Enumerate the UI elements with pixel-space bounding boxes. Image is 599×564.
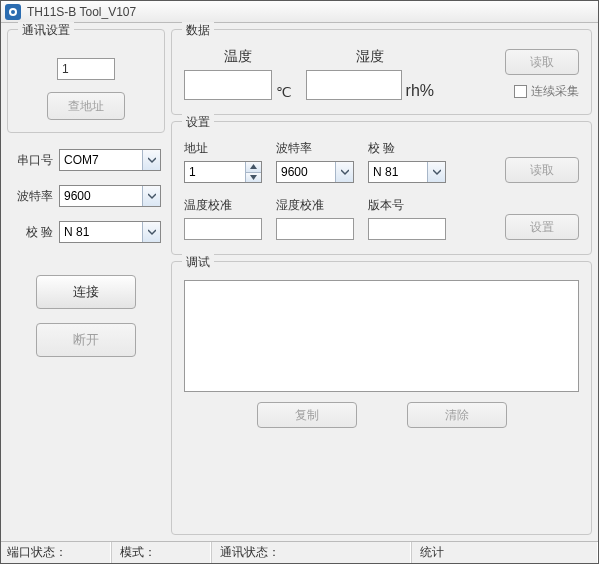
comm-legend: 通讯设置 [18, 22, 74, 39]
baud-value: 9600 [60, 189, 142, 203]
settings-set-button[interactable]: 设置 [505, 214, 579, 240]
chevron-down-icon [427, 162, 445, 182]
continuous-label: 连续采集 [531, 83, 579, 100]
settings-group: 设置 地址 1 波特率 [171, 121, 592, 255]
data-group: 数据 温度 ℃ 湿度 rh% [171, 29, 592, 115]
client-area: 通讯设置 1 查地址 串口号 COM7 波特率 9600 [1, 23, 598, 541]
debug-textarea[interactable] [184, 280, 579, 392]
debug-group: 调试 复制 清除 [171, 261, 592, 535]
status-comm: 通讯状态： [211, 542, 411, 563]
baud-row: 波特率 9600 [11, 185, 161, 207]
temp-cal-input[interactable] [184, 218, 262, 240]
settings-baud-label: 波特率 [276, 140, 354, 157]
settings-baud-dropdown[interactable]: 9600 [276, 161, 354, 183]
parity-dropdown[interactable]: N 81 [59, 221, 161, 243]
main-window: TH11S-B Tool_V107 通讯设置 1 查地址 串口号 COM7 [0, 0, 599, 564]
temp-label: 温度 [184, 48, 292, 66]
chevron-down-icon [335, 162, 353, 182]
temp-cal-label: 温度校准 [184, 197, 262, 214]
left-panel: 通讯设置 1 查地址 串口号 COM7 波特率 9600 [7, 29, 165, 535]
hum-cal-input[interactable] [276, 218, 354, 240]
address-input[interactable]: 1 [57, 58, 115, 80]
checkbox-box [514, 85, 527, 98]
settings-addr-value: 1 [185, 162, 245, 182]
chevron-down-icon [142, 186, 160, 206]
port-dropdown[interactable]: COM7 [59, 149, 161, 171]
continuous-checkbox[interactable]: 连续采集 [514, 83, 579, 100]
status-stats: 统计 [411, 542, 598, 563]
settings-addr-spinner[interactable]: 1 [184, 161, 262, 183]
connect-button[interactable]: 连接 [36, 275, 136, 309]
settings-parity-value: N 81 [369, 165, 427, 179]
clear-button[interactable]: 清除 [407, 402, 507, 428]
window-title: TH11S-B Tool_V107 [27, 5, 136, 19]
check-address-button[interactable]: 查地址 [47, 92, 125, 120]
data-read-button[interactable]: 读取 [505, 49, 579, 75]
parity-value: N 81 [60, 225, 142, 239]
version-label: 版本号 [368, 197, 446, 214]
baud-dropdown[interactable]: 9600 [59, 185, 161, 207]
svg-point-1 [11, 10, 15, 14]
status-bar: 端口状态： 模式： 通讯状态： 统计 [1, 541, 598, 563]
right-panel: 数据 温度 ℃ 湿度 rh% [171, 29, 592, 535]
app-icon [5, 4, 21, 20]
debug-legend: 调试 [182, 254, 214, 271]
settings-legend: 设置 [182, 114, 214, 131]
spin-up-icon[interactable] [246, 162, 261, 173]
settings-parity-label: 校 验 [368, 140, 446, 157]
status-mode: 模式： [111, 542, 211, 563]
humidity-label: 湿度 [306, 48, 434, 66]
baud-label: 波特率 [11, 188, 53, 205]
parity-label: 校 验 [11, 224, 53, 241]
data-legend: 数据 [182, 22, 214, 39]
disconnect-button[interactable]: 断开 [36, 323, 136, 357]
humidity-unit: rh% [406, 82, 434, 100]
comm-settings-group: 通讯设置 1 查地址 [7, 29, 165, 133]
port-label: 串口号 [11, 152, 53, 169]
hum-cal-label: 湿度校准 [276, 197, 354, 214]
version-display [368, 218, 446, 240]
humidity-display [306, 70, 402, 100]
settings-addr-label: 地址 [184, 140, 262, 157]
temp-display [184, 70, 272, 100]
settings-parity-dropdown[interactable]: N 81 [368, 161, 446, 183]
parity-row: 校 验 N 81 [11, 221, 161, 243]
chevron-down-icon [142, 150, 160, 170]
chevron-down-icon [142, 222, 160, 242]
spin-down-icon[interactable] [246, 173, 261, 183]
copy-button[interactable]: 复制 [257, 402, 357, 428]
status-port: 端口状态： [1, 542, 111, 563]
port-value: COM7 [60, 153, 142, 167]
settings-read-button[interactable]: 读取 [505, 157, 579, 183]
titlebar[interactable]: TH11S-B Tool_V107 [1, 1, 598, 23]
port-row: 串口号 COM7 [11, 149, 161, 171]
temp-unit: ℃ [276, 84, 292, 100]
settings-baud-value: 9600 [277, 165, 335, 179]
